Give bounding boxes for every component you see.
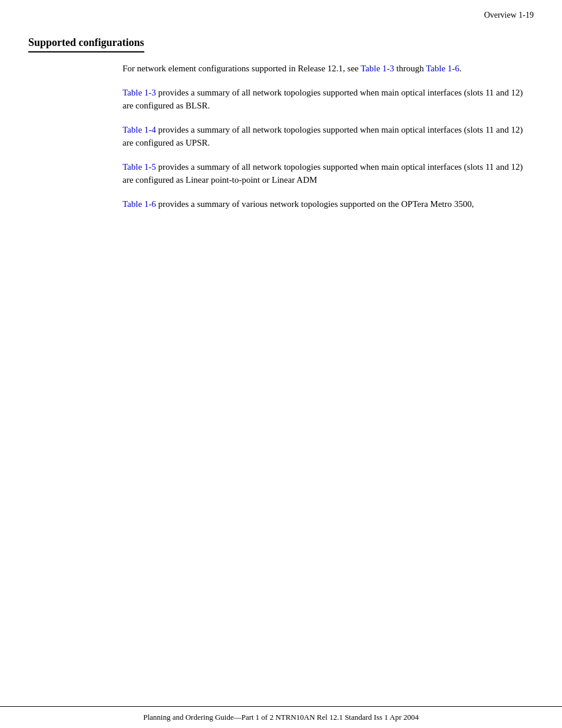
page-footer: Planning and Ordering Guide—Part 1 of 2 … [0, 706, 562, 728]
page-container: Overview 1-19 Supported configurations F… [0, 0, 562, 728]
link-table1-3-p1[interactable]: Table 1-3 [361, 64, 394, 73]
main-content: Supported configurations For network ele… [0, 25, 562, 210]
paragraph-1: For network element configurations suppo… [123, 62, 534, 75]
page-header: Overview 1-19 [0, 0, 562, 25]
paragraph-5: Table 1-6 provides a summary of various … [123, 197, 534, 211]
section-title: Supported configurations [28, 37, 144, 52]
paragraph-2: Table 1-3 provides a summary of all netw… [123, 86, 534, 113]
link-table1-5-p4[interactable]: Table 1-5 [123, 162, 156, 172]
content-block: For network element configurations suppo… [123, 62, 534, 210]
footer-text: Planning and Ordering Guide—Part 1 of 2 … [143, 713, 419, 722]
link-table1-6-p1[interactable]: Table 1-6 [426, 64, 459, 73]
link-table1-6-p5[interactable]: Table 1-6 [123, 199, 156, 209]
header-text: Overview 1-19 [484, 11, 534, 20]
link-table1-4-p3[interactable]: Table 1-4 [123, 125, 156, 134]
paragraph-3: Table 1-4 provides a summary of all netw… [123, 123, 534, 150]
paragraph-4: Table 1-5 provides a summary of all netw… [123, 160, 534, 187]
link-table1-3-p2[interactable]: Table 1-3 [123, 88, 156, 97]
